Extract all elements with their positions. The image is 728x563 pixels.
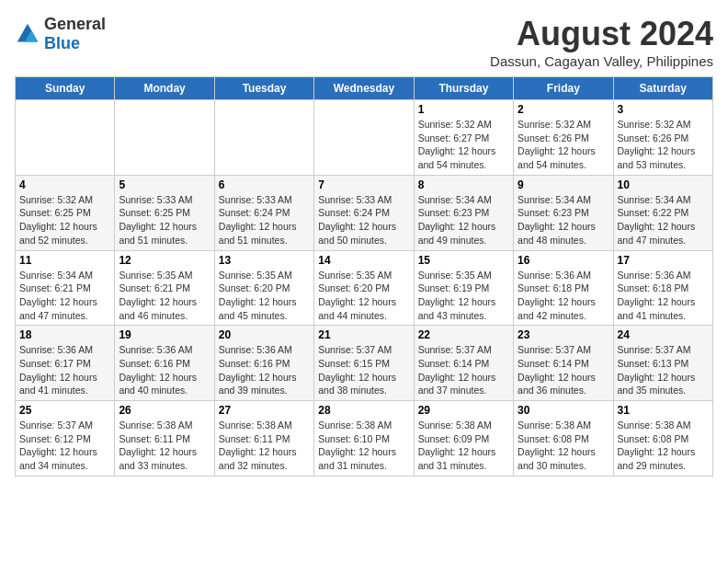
calendar-week-row: 1Sunrise: 5:32 AM Sunset: 6:27 PM Daylig… [16,100,713,176]
day-info: Sunrise: 5:37 AM Sunset: 6:15 PM Dayligh… [318,343,409,397]
calendar-cell [115,100,214,176]
calendar-cell: 22Sunrise: 5:37 AM Sunset: 6:14 PM Dayli… [414,326,513,401]
weekday-header-tuesday: Tuesday [214,77,313,100]
day-number: 31 [618,404,709,417]
day-info: Sunrise: 5:37 AM Sunset: 6:14 PM Dayligh… [518,343,609,397]
day-number: 8 [418,178,509,191]
calendar-cell: 23Sunrise: 5:37 AM Sunset: 6:14 PM Dayli… [514,326,613,401]
day-number: 21 [318,328,409,341]
weekday-header-row: SundayMondayTuesdayWednesdayThursdayFrid… [16,77,713,100]
logo-general: General [44,15,106,33]
title-block: August 2024 Dassun, Cagayan Valley, Phil… [490,15,713,69]
calendar-cell: 6Sunrise: 5:33 AM Sunset: 6:24 PM Daylig… [214,175,313,250]
calendar-cell: 19Sunrise: 5:36 AM Sunset: 6:16 PM Dayli… [115,326,214,401]
day-info: Sunrise: 5:36 AM Sunset: 6:16 PM Dayligh… [219,343,310,397]
calendar-week-row: 25Sunrise: 5:37 AM Sunset: 6:12 PM Dayli… [16,401,713,477]
day-info: Sunrise: 5:37 AM Sunset: 6:12 PM Dayligh… [19,419,110,473]
day-number: 6 [219,178,310,191]
day-number: 2 [518,103,609,116]
day-info: Sunrise: 5:33 AM Sunset: 6:24 PM Dayligh… [318,193,409,247]
day-number: 13 [219,254,310,267]
main-title: August 2024 [490,15,713,53]
day-info: Sunrise: 5:34 AM Sunset: 6:22 PM Dayligh… [618,193,709,247]
day-info: Sunrise: 5:32 AM Sunset: 6:27 PM Dayligh… [418,118,509,172]
day-info: Sunrise: 5:34 AM Sunset: 6:23 PM Dayligh… [518,193,609,247]
calendar-table: SundayMondayTuesdayWednesdayThursdayFrid… [15,76,713,477]
calendar-cell: 21Sunrise: 5:37 AM Sunset: 6:15 PM Dayli… [314,326,414,401]
day-info: Sunrise: 5:32 AM Sunset: 6:26 PM Dayligh… [618,118,709,172]
day-info: Sunrise: 5:38 AM Sunset: 6:11 PM Dayligh… [119,419,210,473]
day-info: Sunrise: 5:37 AM Sunset: 6:13 PM Dayligh… [618,343,709,397]
logo-icon [15,21,40,47]
calendar-body: 1Sunrise: 5:32 AM Sunset: 6:27 PM Daylig… [16,100,713,477]
weekday-header-wednesday: Wednesday [314,77,414,100]
calendar-cell: 20Sunrise: 5:36 AM Sunset: 6:16 PM Dayli… [214,326,313,401]
day-info: Sunrise: 5:38 AM Sunset: 6:08 PM Dayligh… [518,419,609,473]
calendar-cell [214,100,313,176]
calendar-cell: 13Sunrise: 5:35 AM Sunset: 6:20 PM Dayli… [214,250,313,326]
day-number: 17 [618,254,709,267]
calendar-cell: 2Sunrise: 5:32 AM Sunset: 6:26 PM Daylig… [514,100,613,176]
calendar-cell: 3Sunrise: 5:32 AM Sunset: 6:26 PM Daylig… [613,100,712,176]
day-number: 7 [318,178,409,191]
day-number: 10 [618,178,709,191]
calendar-cell: 26Sunrise: 5:38 AM Sunset: 6:11 PM Dayli… [115,401,214,477]
day-info: Sunrise: 5:35 AM Sunset: 6:20 PM Dayligh… [318,269,409,323]
weekday-header-thursday: Thursday [414,77,513,100]
day-info: Sunrise: 5:36 AM Sunset: 6:16 PM Dayligh… [119,343,210,397]
day-info: Sunrise: 5:33 AM Sunset: 6:25 PM Dayligh… [119,193,210,247]
day-number: 19 [119,328,210,341]
calendar-cell: 1Sunrise: 5:32 AM Sunset: 6:27 PM Daylig… [414,100,513,176]
day-number: 12 [119,254,210,267]
calendar-week-row: 4Sunrise: 5:32 AM Sunset: 6:25 PM Daylig… [16,175,713,250]
calendar-cell: 9Sunrise: 5:34 AM Sunset: 6:23 PM Daylig… [514,175,613,250]
day-number: 11 [19,254,110,267]
weekday-header-monday: Monday [115,77,214,100]
day-info: Sunrise: 5:35 AM Sunset: 6:19 PM Dayligh… [418,269,509,323]
calendar-cell: 25Sunrise: 5:37 AM Sunset: 6:12 PM Dayli… [16,401,115,477]
day-number: 22 [418,328,509,341]
calendar-cell: 7Sunrise: 5:33 AM Sunset: 6:24 PM Daylig… [314,175,414,250]
calendar-cell: 27Sunrise: 5:38 AM Sunset: 6:11 PM Dayli… [214,401,313,477]
day-number: 26 [119,404,210,417]
day-info: Sunrise: 5:36 AM Sunset: 6:18 PM Dayligh… [618,269,709,323]
day-info: Sunrise: 5:36 AM Sunset: 6:17 PM Dayligh… [19,343,110,397]
weekday-header-friday: Friday [514,77,613,100]
calendar-cell: 11Sunrise: 5:34 AM Sunset: 6:21 PM Dayli… [16,250,115,326]
calendar-cell: 29Sunrise: 5:38 AM Sunset: 6:09 PM Dayli… [414,401,513,477]
day-info: Sunrise: 5:34 AM Sunset: 6:23 PM Dayligh… [418,193,509,247]
calendar-week-row: 11Sunrise: 5:34 AM Sunset: 6:21 PM Dayli… [16,250,713,326]
day-info: Sunrise: 5:34 AM Sunset: 6:21 PM Dayligh… [19,269,110,323]
day-info: Sunrise: 5:32 AM Sunset: 6:25 PM Dayligh… [19,193,110,247]
calendar-cell: 12Sunrise: 5:35 AM Sunset: 6:21 PM Dayli… [115,250,214,326]
calendar-cell: 5Sunrise: 5:33 AM Sunset: 6:25 PM Daylig… [115,175,214,250]
day-number: 18 [19,328,110,341]
day-info: Sunrise: 5:35 AM Sunset: 6:20 PM Dayligh… [219,269,310,323]
day-info: Sunrise: 5:32 AM Sunset: 6:26 PM Dayligh… [518,118,609,172]
day-number: 3 [618,103,709,116]
calendar-cell: 28Sunrise: 5:38 AM Sunset: 6:10 PM Dayli… [314,401,414,477]
day-number: 23 [518,328,609,341]
day-info: Sunrise: 5:38 AM Sunset: 6:10 PM Dayligh… [318,419,409,473]
day-info: Sunrise: 5:38 AM Sunset: 6:09 PM Dayligh… [418,419,509,473]
day-number: 24 [618,328,709,341]
day-info: Sunrise: 5:37 AM Sunset: 6:14 PM Dayligh… [418,343,509,397]
day-number: 27 [219,404,310,417]
calendar-cell [314,100,414,176]
day-number: 30 [518,404,609,417]
logo: General Blue [15,15,106,53]
weekday-header-sunday: Sunday [16,77,115,100]
calendar-cell: 17Sunrise: 5:36 AM Sunset: 6:18 PM Dayli… [613,250,712,326]
subtitle: Dassun, Cagayan Valley, Philippines [490,53,713,69]
day-number: 1 [418,103,509,116]
day-number: 5 [119,178,210,191]
day-number: 4 [19,178,110,191]
day-number: 28 [318,404,409,417]
day-info: Sunrise: 5:35 AM Sunset: 6:21 PM Dayligh… [119,269,210,323]
page-header: General Blue August 2024 Dassun, Cagayan… [15,15,713,69]
calendar-cell: 10Sunrise: 5:34 AM Sunset: 6:22 PM Dayli… [613,175,712,250]
day-number: 25 [19,404,110,417]
day-number: 16 [518,254,609,267]
day-info: Sunrise: 5:33 AM Sunset: 6:24 PM Dayligh… [219,193,310,247]
calendar-cell: 8Sunrise: 5:34 AM Sunset: 6:23 PM Daylig… [414,175,513,250]
